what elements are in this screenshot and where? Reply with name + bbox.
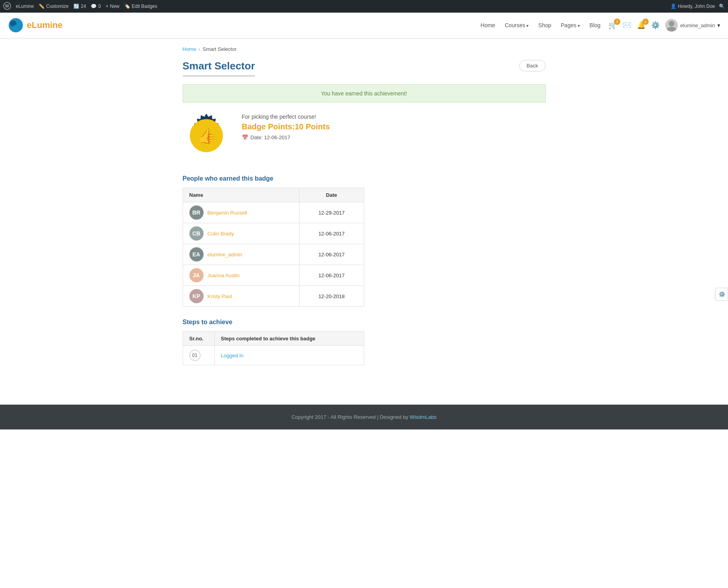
footer-brand-link[interactable]: WisdmLabs [410, 414, 436, 420]
people-table: Name Date BR Benjamin Russell 12-29-2017… [183, 188, 364, 307]
steps-section-title: Steps to achieve [183, 319, 546, 326]
nav-blog[interactable]: Blog [590, 22, 601, 28]
person-name-link[interactable]: elumine_admin [208, 252, 242, 258]
comments-link[interactable]: 💬 0 [91, 4, 101, 9]
table-row: BR Benjamin Russell 12-29-2017 [183, 202, 364, 223]
person-date-cell: 12-06-2017 [299, 244, 364, 265]
customize-link[interactable]: ✏️ Customize [39, 4, 69, 9]
badge-points: Badge Points:10 Points [242, 122, 330, 131]
calendar-icon: 📅 [242, 134, 248, 140]
back-button[interactable]: Back [519, 60, 546, 71]
main-navigation: eLumine Home Courses Shop Pages Blog 🛒 3… [0, 13, 728, 38]
page-title: Smart Selector [183, 60, 255, 77]
person-date-cell: 12-20-2018 [299, 286, 364, 307]
person-name-cell: BR Benjamin Russell [183, 202, 299, 223]
updates-link[interactable]: 🔄 24 [73, 4, 86, 9]
breadcrumb-home[interactable]: Home [183, 46, 197, 52]
person-date-cell: 12-29-2017 [299, 202, 364, 223]
svg-point-5 [667, 27, 676, 32]
badge-info: For picking the perfect course! Badge Po… [242, 112, 330, 140]
nav-shop[interactable]: Shop [538, 22, 551, 28]
wp-logo-icon[interactable]: W [3, 2, 11, 11]
person-name-cell: EA elumine_admin [183, 244, 299, 265]
table-row: JA Joanna Austin 12-06-2017 [183, 265, 364, 286]
person-name-cell: CB Colin Brady [183, 223, 299, 244]
achievement-banner: You have earned this achievement! [183, 84, 546, 103]
svg-text:W: W [5, 4, 9, 8]
search-admin-icon[interactable]: 🔍 [719, 4, 725, 9]
new-link[interactable]: + New [106, 4, 120, 9]
person-avatar: CB [189, 226, 204, 241]
wp-admin-bar: W eLumine ✏️ Customize 🔄 24 💬 0 + New 🏷️… [0, 0, 728, 13]
table-row: CB Colin Brady 12-06-2017 [183, 223, 364, 244]
page-content: Home › Smart Selector Smart Selector Bac… [175, 38, 554, 389]
person-name-link[interactable]: Kristy Paul [208, 293, 232, 299]
person-date-cell: 12-06-2017 [299, 223, 364, 244]
person-name-link[interactable]: Colin Brady [208, 231, 234, 237]
person-name-cell: JA Joanna Austin [183, 265, 299, 286]
badge-date: 📅 Date: 12-06-2017 [242, 134, 330, 140]
steps-table: Sr.no. Steps completed to achieve this b… [183, 331, 364, 365]
people-section-title: People who earned this badge [183, 175, 546, 182]
table-row: EA elumine_admin 12-06-2017 [183, 244, 364, 265]
site-name-link[interactable]: eLumine [16, 4, 34, 9]
person-avatar: BR [189, 205, 204, 220]
person-avatar: JA [189, 268, 204, 282]
gear-icon: ⚙️ [719, 291, 725, 297]
page-header: Smart Selector Back [183, 60, 546, 77]
person-name-link[interactable]: Benjamin Russell [208, 210, 247, 216]
user-dropdown-icon: ▾ [717, 22, 720, 28]
table-row: 01 Logged In [183, 346, 364, 365]
badge-subtitle: For picking the perfect course! [242, 114, 330, 120]
svg-text:👍: 👍 [197, 127, 216, 145]
nav-icons: 🛒 3 ✉️ 🔔 1 ⚙️ elumine_admin ▾ [608, 19, 720, 32]
svg-point-4 [669, 21, 674, 26]
breadcrumb: Home › Smart Selector [183, 46, 546, 52]
cart-icon[interactable]: 🛒 3 [608, 21, 617, 30]
person-date-cell: 12-06-2017 [299, 265, 364, 286]
logo-text: eLumine [27, 20, 62, 30]
settings-icon[interactable]: ⚙️ [651, 21, 660, 30]
badge-section: 👍 For picking the perfect course! Badge … [183, 112, 546, 159]
person-name-link[interactable]: Joanna Austin [208, 273, 240, 278]
nav-courses[interactable]: Courses [505, 22, 529, 28]
nav-links: Home Courses Shop Pages Blog [481, 22, 601, 28]
step-number-cell: 01 [183, 346, 214, 365]
breadcrumb-current: Smart Selector [203, 46, 237, 52]
breadcrumb-separator: › [198, 46, 200, 52]
messages-icon[interactable]: ✉️ [623, 21, 631, 30]
table-row: KP Kristy Paul 12-20-2018 [183, 286, 364, 307]
nav-home[interactable]: Home [481, 22, 495, 28]
step-description-cell: Logged In [214, 346, 364, 365]
footer: Copyright 2017 - All Rights Reserved | D… [0, 405, 728, 429]
step-number: 01 [189, 350, 200, 361]
person-avatar: EA [189, 247, 204, 261]
side-settings-button[interactable]: ⚙️ [715, 288, 728, 301]
badge-image: 👍 [183, 112, 230, 159]
nav-pages[interactable]: Pages [561, 22, 580, 28]
person-avatar: KP [189, 289, 204, 303]
logo[interactable]: eLumine [8, 17, 62, 33]
logo-icon [8, 17, 24, 33]
col-srno: Sr.no. [183, 332, 214, 346]
col-date: Date [299, 188, 364, 202]
step-link[interactable]: Logged In [221, 353, 244, 358]
user-name: elumine_admin [680, 22, 715, 28]
howdy-user[interactable]: 👤 Howdy, John Doe [670, 4, 715, 9]
notifications-icon[interactable]: 🔔 1 [637, 21, 646, 30]
person-name-cell: KP Kristy Paul [183, 286, 299, 307]
edit-badges-link[interactable]: 🏷️ Edit Badges [124, 4, 157, 9]
user-avatar [665, 19, 678, 32]
col-steps: Steps completed to achieve this badge [214, 332, 364, 346]
user-menu[interactable]: elumine_admin ▾ [665, 19, 720, 32]
col-name: Name [183, 188, 299, 202]
